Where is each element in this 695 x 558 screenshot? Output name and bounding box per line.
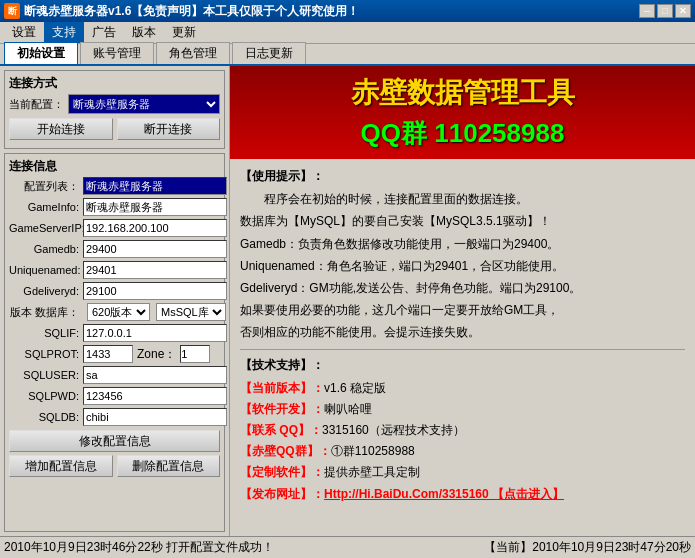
- current-config-select[interactable]: 断魂赤壁服务器: [68, 94, 220, 114]
- delete-config-button[interactable]: 删除配置信息: [117, 455, 221, 477]
- support-lines: 【当前版本】：v1.6 稳定版【软件开发】：喇叭哈哩【联系 QQ】：331516…: [240, 379, 685, 504]
- game-info-input[interactable]: [83, 198, 227, 216]
- banner-title: 赤壁数据管理工具: [242, 74, 683, 112]
- version-select[interactable]: 620版本: [87, 303, 150, 321]
- sqlif-row: SQLIF:: [9, 324, 220, 342]
- stop-connect-button[interactable]: 断开连接: [117, 118, 221, 140]
- close-button[interactable]: ✕: [675, 4, 691, 18]
- game-server-ip-row: GameServerIP:: [9, 219, 220, 237]
- version-db-row: 版本 数据库： 620版本 MsSQL库: [9, 303, 220, 321]
- status-bar: 2010年10月9日23时46分22秒 打开配置文件成功！ 【当前】2010年1…: [0, 536, 695, 558]
- sqlpwd-row: SQLPWD:: [9, 387, 220, 405]
- support-line-5: 【发布网址】：Http://Hi.BaiDu.Com/3315160 【点击进入…: [240, 485, 685, 504]
- zone-input[interactable]: [180, 345, 210, 363]
- config-list-input[interactable]: [83, 177, 227, 195]
- current-config-row: 当前配置： 断魂赤壁服务器: [9, 94, 220, 114]
- sqlprot-label: SQLPROT:: [9, 348, 79, 360]
- connection-info-section: 连接信息 配置列表： GameInfo: GameServerIP: Gamed…: [4, 153, 225, 532]
- gdeliveryd-row: Gdeliveryd:: [9, 282, 220, 300]
- db-type-select[interactable]: MsSQL库: [156, 303, 226, 321]
- title-bar: 断 断魂赤壁服务器v1.6【免责声明】本工具仅限于个人研究使用！ ─ □ ✕: [0, 0, 695, 22]
- start-connect-button[interactable]: 开始连接: [9, 118, 113, 140]
- game-server-ip-label: GameServerIP:: [9, 222, 79, 234]
- app-icon: 断: [4, 3, 20, 19]
- help-line-5: 如果要使用必要的功能，这几个端口一定要开放给GM工具，: [240, 301, 685, 320]
- support-line-3: 【赤壁QQ群】：①群110258988: [240, 442, 685, 461]
- window-title: 断魂赤壁服务器v1.6【免责声明】本工具仅限于个人研究使用！: [24, 3, 639, 20]
- minimize-button[interactable]: ─: [639, 4, 655, 18]
- sqlif-label: SQLIF:: [9, 327, 79, 339]
- gdeliveryd-label: Gdeliveryd:: [9, 285, 79, 297]
- left-panel: 连接方式 当前配置： 断魂赤壁服务器 开始连接 断开连接 连接信息 配置列表： …: [0, 66, 230, 536]
- sqlprot-input[interactable]: [83, 345, 133, 363]
- tab-log-update[interactable]: 日志更新: [232, 42, 306, 64]
- uniquenamed-row: Uniquenamed:: [9, 261, 220, 279]
- add-delete-buttons: 增加配置信息 删除配置信息: [9, 455, 220, 477]
- menu-ads[interactable]: 广告: [84, 22, 124, 43]
- game-info-label: GameInfo:: [9, 201, 79, 213]
- help-title: 【使用提示】：: [240, 167, 685, 186]
- status-left: 2010年10月9日23时46分22秒 打开配置文件成功！: [4, 539, 484, 556]
- edit-config-button[interactable]: 修改配置信息: [9, 430, 220, 452]
- status-right: 【当前】2010年10月9日23时47分20秒: [484, 539, 691, 556]
- zone-label: Zone：: [137, 346, 176, 363]
- connection-info-title: 连接信息: [9, 158, 220, 175]
- uniquenamed-label: Uniquenamed:: [9, 264, 79, 276]
- main-content: 连接方式 当前配置： 断魂赤壁服务器 开始连接 断开连接 连接信息 配置列表： …: [0, 66, 695, 536]
- info-panel: 【使用提示】： 程序会在初始的时候，连接配置里面的数据连接。 数据库为【MySQ…: [230, 159, 695, 536]
- tab-initial-setup[interactable]: 初始设置: [4, 42, 78, 64]
- sqldb-label: SQLDB:: [9, 411, 79, 423]
- menu-bar: 设置 支持 广告 版本 更新: [0, 22, 695, 44]
- help-line-3: Uniquenamed：角色名验证，端口为29401，合区功能使用。: [240, 257, 685, 276]
- gdeliveryd-input[interactable]: [83, 282, 227, 300]
- window-controls: ─ □ ✕: [639, 4, 691, 18]
- help-line-2: Gamedb：负责角色数据修改功能使用，一般端口为29400。: [240, 235, 685, 254]
- maximize-button[interactable]: □: [657, 4, 673, 18]
- sqlprot-row: SQLPROT: Zone：: [9, 345, 220, 363]
- tab-account-manage[interactable]: 账号管理: [80, 42, 154, 64]
- help-line-1: 数据库为【MySQL】的要自己安装【MySQL3.5.1驱动】！: [240, 212, 685, 231]
- sqlif-input[interactable]: [83, 324, 227, 342]
- sqluser-label: SQLUSER:: [9, 369, 79, 381]
- help-line-6: 否则相应的功能不能使用。会提示连接失败。: [240, 323, 685, 342]
- tab-role-manage[interactable]: 角色管理: [156, 42, 230, 64]
- uniquenamed-input[interactable]: [83, 261, 227, 279]
- divider: [240, 349, 685, 350]
- sqluser-input[interactable]: [83, 366, 227, 384]
- sqldb-row: SQLDB:: [9, 408, 220, 426]
- connect-section: 连接方式 当前配置： 断魂赤壁服务器 开始连接 断开连接: [4, 70, 225, 149]
- config-list-label: 配置列表：: [9, 179, 79, 194]
- gamedb-input[interactable]: [83, 240, 227, 258]
- tab-bar: 初始设置 账号管理 角色管理 日志更新: [0, 44, 695, 66]
- gamedb-row: Gamedb:: [9, 240, 220, 258]
- config-list-row: 配置列表：: [9, 177, 220, 195]
- sqlpwd-label: SQLPWD:: [9, 390, 79, 402]
- support-title: 【技术支持】：: [240, 356, 685, 375]
- support-line-2: 【联系 QQ】：3315160（远程技术支持）: [240, 421, 685, 440]
- connect-section-title: 连接方式: [9, 75, 220, 92]
- game-server-ip-input[interactable]: [83, 219, 227, 237]
- sqlpwd-input[interactable]: [83, 387, 227, 405]
- current-config-label: 当前配置：: [9, 97, 64, 112]
- menu-update[interactable]: 更新: [164, 22, 204, 43]
- connect-buttons: 开始连接 断开连接: [9, 118, 220, 140]
- banner: 赤壁数据管理工具 QQ群 110258988: [230, 66, 695, 159]
- menu-support[interactable]: 支持: [44, 22, 84, 43]
- banner-qq: QQ群 110258988: [242, 116, 683, 151]
- menu-settings[interactable]: 设置: [4, 22, 44, 43]
- right-panel: 赤壁数据管理工具 QQ群 110258988 【使用提示】： 程序会在初始的时候…: [230, 66, 695, 536]
- action-buttons: 修改配置信息 增加配置信息 删除配置信息: [9, 430, 220, 477]
- support-line-4: 【定制软件】：提供赤壁工具定制: [240, 463, 685, 482]
- support-line-0: 【当前版本】：v1.6 稳定版: [240, 379, 685, 398]
- support-line-1: 【软件开发】：喇叭哈哩: [240, 400, 685, 419]
- version-db-label: 版本 数据库：: [9, 305, 79, 320]
- sqldb-input[interactable]: [83, 408, 227, 426]
- help-line-4: Gdeliveryd：GM功能,发送公告、封停角色功能。端口为29100。: [240, 279, 685, 298]
- add-config-button[interactable]: 增加配置信息: [9, 455, 113, 477]
- gamedb-label: Gamedb:: [9, 243, 79, 255]
- menu-version[interactable]: 版本: [124, 22, 164, 43]
- game-info-row: GameInfo:: [9, 198, 220, 216]
- help-line-0: 程序会在初始的时候，连接配置里面的数据连接。: [240, 190, 685, 209]
- sqluser-row: SQLUSER:: [9, 366, 220, 384]
- support-section: 【技术支持】： 【当前版本】：v1.6 稳定版【软件开发】：喇叭哈哩【联系 QQ…: [240, 356, 685, 504]
